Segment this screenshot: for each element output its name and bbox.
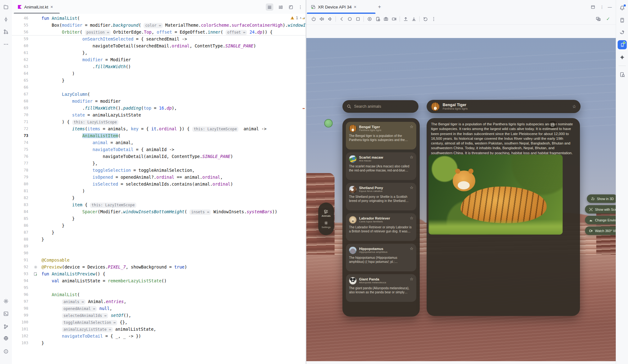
- list-view-icon[interactable]: [266, 3, 273, 11]
- code-line[interactable]: 56Orbiter( position = OrbiterEdge.Top, o…: [12, 29, 306, 35]
- favorite-star-icon[interactable]: ☆: [410, 216, 413, 220]
- code-line[interactable]: 86}: [12, 222, 306, 229]
- code-line[interactable]: 61},: [12, 49, 306, 56]
- favorite-star-icon[interactable]: ☆: [410, 246, 413, 251]
- animal-card[interactable]: Scarlet macawAra macao☆The scarlet macaw…: [346, 152, 416, 180]
- compare-screens-icon[interactable]: [594, 15, 602, 23]
- home-icon[interactable]: [346, 15, 354, 23]
- code-line[interactable]: 90: [12, 250, 306, 257]
- code-line[interactable]: 76navigateToDetail(animalId, ContentType…: [12, 153, 306, 160]
- inspections-widget[interactable]: 1 ∧ ∨: [290, 16, 305, 20]
- commit-icon[interactable]: [3, 17, 9, 22]
- close-tab-icon[interactable]: ×: [354, 4, 356, 9]
- favorite-star-icon[interactable]: ☆: [572, 104, 576, 109]
- about-icon[interactable]: [3, 349, 9, 354]
- code-line[interactable]: 72items(items = animals, key = { it.ordi…: [12, 125, 306, 132]
- volume-down-icon[interactable]: [326, 15, 334, 23]
- animal-card[interactable]: Shetland PonyEquus ferus caballus☆The Sh…: [346, 183, 416, 210]
- device-screen[interactable]: Search animals Bengal Tiger Panthera tig…: [306, 38, 616, 361]
- code-line[interactable]: 75navigateToDetail = { animalId ->: [12, 146, 306, 153]
- terminal-icon[interactable]: [3, 311, 9, 317]
- mirror-device-icon[interactable]: [374, 15, 382, 23]
- project-icon[interactable]: [3, 4, 9, 10]
- favorite-star-icon[interactable]: ☆: [410, 185, 413, 190]
- code-line[interactable]: 98openedAnimal = null,: [12, 305, 306, 312]
- rail-item-animals[interactable]: Animals: [322, 209, 330, 217]
- code-line[interactable]: 99selectedAnimalIds = setOf(),: [12, 312, 306, 319]
- screen-record-icon[interactable]: [365, 15, 374, 23]
- tab-animallist-kt[interactable]: AnimalList.kt ×: [14, 0, 57, 14]
- code-line[interactable]: 63.fillMaxWidth(): [12, 63, 306, 70]
- code-line[interactable]: 93fun AnimalListPreview() {: [12, 270, 306, 277]
- action-video-360[interactable]: Watch 360° Video: [585, 226, 616, 235]
- settings-icon[interactable]: [3, 298, 9, 304]
- snapshots-icon[interactable]: [421, 15, 429, 23]
- code-line[interactable]: 82}: [12, 194, 306, 201]
- code-line[interactable]: 89: [12, 243, 306, 250]
- running-devices-icon[interactable]: [618, 40, 627, 49]
- code-line[interactable]: 65}: [12, 77, 306, 84]
- code-area[interactable]: 46fun AnimalList(55Box(modifier = modifi…: [12, 14, 306, 364]
- code-line[interactable]: 46fun AnimalList(: [12, 15, 306, 22]
- animal-card[interactable]: Labrador RetrieverCanis lupus familiaris…: [346, 213, 416, 241]
- code-line[interactable]: 80isSelected = selectedAnimalIds.contain…: [12, 181, 306, 187]
- gemini-icon[interactable]: [619, 54, 625, 60]
- upload-icon[interactable]: [401, 15, 410, 23]
- code-line[interactable]: 70state = animalLazyListState: [12, 111, 306, 118]
- favorite-star-icon[interactable]: ☆: [410, 155, 413, 160]
- favorite-star-icon[interactable]: ☆: [410, 277, 413, 281]
- code-line[interactable]: 101animalLazyListState = animalListState…: [12, 326, 306, 333]
- pull-requests-icon[interactable]: [3, 29, 9, 35]
- volume-up-icon[interactable]: [318, 15, 326, 23]
- download-icon[interactable]: [410, 15, 418, 23]
- rail-item-settings[interactable]: Settings: [322, 221, 331, 229]
- device-explorer-icon[interactable]: [619, 72, 625, 78]
- next-warning-icon[interactable]: ∨: [303, 16, 305, 19]
- code-line[interactable]: 81): [12, 187, 306, 194]
- code-line[interactable]: 77},: [12, 160, 306, 167]
- prev-warning-icon[interactable]: ∧: [300, 16, 302, 19]
- code-line[interactable]: 64): [12, 70, 306, 77]
- code-line[interactable]: 84Spacer(Modifier.windowInsetsBottomHeig…: [12, 208, 306, 215]
- code-line[interactable]: 83item { this: LazyItemScope: [12, 201, 306, 208]
- expand-image-button[interactable]: [549, 121, 556, 128]
- code-line[interactable]: 97animals = Animal.entries,: [12, 298, 306, 305]
- code-line[interactable]: 87}: [12, 229, 306, 236]
- code-line[interactable]: 62modifier = Modifier: [12, 56, 306, 63]
- editor-scrollbar[interactable]: [303, 14, 305, 359]
- code-line[interactable]: 92@Preview(device = Devices.PIXEL_7, sho…: [12, 263, 306, 270]
- code-line[interactable]: 71) { this: LazyListScope: [12, 118, 306, 125]
- split-editor-icon[interactable]: [277, 3, 284, 11]
- code-line[interactable]: 59onSearchItemSelected = { searchedEmail…: [12, 35, 306, 42]
- device-manager-icon[interactable]: [619, 17, 625, 23]
- search-bar[interactable]: Search animals: [342, 100, 418, 113]
- layout-icon[interactable]: [589, 4, 596, 10]
- code-line[interactable]: 67LazyColumn(: [12, 91, 306, 98]
- animal-card[interactable]: HippopotamusHippopotamus amphibius☆The h…: [346, 244, 416, 271]
- code-line[interactable]: 60navigateToDetail(searchedEmail.ordinal…: [12, 42, 306, 49]
- action-rotate-3d[interactable]: Show in 3D: [587, 194, 616, 203]
- power-icon[interactable]: [309, 15, 318, 23]
- animal-card[interactable]: Bengal TigerPanthera tigris tigris☆The B…: [346, 122, 416, 149]
- add-device-tab-icon[interactable]: +: [378, 4, 381, 10]
- code-line[interactable]: 85}: [12, 215, 306, 222]
- code-line[interactable]: 88}: [12, 236, 306, 243]
- code-line[interactable]: 102navigateToDetail = { _, _ -> }): [12, 333, 306, 340]
- close-tab-icon[interactable]: ×: [51, 4, 53, 9]
- window-more-icon[interactable]: ⋮: [598, 4, 605, 10]
- panel-move-handle[interactable]: [324, 119, 333, 128]
- gear-gutter-icon[interactable]: [30, 263, 41, 270]
- code-line[interactable]: 69.fillMaxWidth().padding(top = 16.dp),: [12, 105, 306, 111]
- detach-window-icon[interactable]: [287, 3, 295, 11]
- notifications-icon[interactable]: [619, 5, 625, 11]
- code-line[interactable]: 95: [12, 284, 306, 291]
- code-line[interactable]: 66: [12, 84, 306, 91]
- animal-card[interactable]: Giant PandaAiluropoda melanoleuca☆The gi…: [346, 274, 416, 302]
- code-line[interactable]: 100toggleAnimalSelection = {},: [12, 319, 306, 326]
- code-line[interactable]: 96AnimalList(: [12, 291, 306, 298]
- tabbar-more-icon[interactable]: [297, 3, 304, 11]
- more-tools-icon[interactable]: [3, 41, 9, 47]
- code-line[interactable]: 73AnimalListItem(: [12, 132, 306, 139]
- minimize-icon[interactable]: —: [606, 4, 613, 10]
- more-icon[interactable]: [429, 15, 438, 23]
